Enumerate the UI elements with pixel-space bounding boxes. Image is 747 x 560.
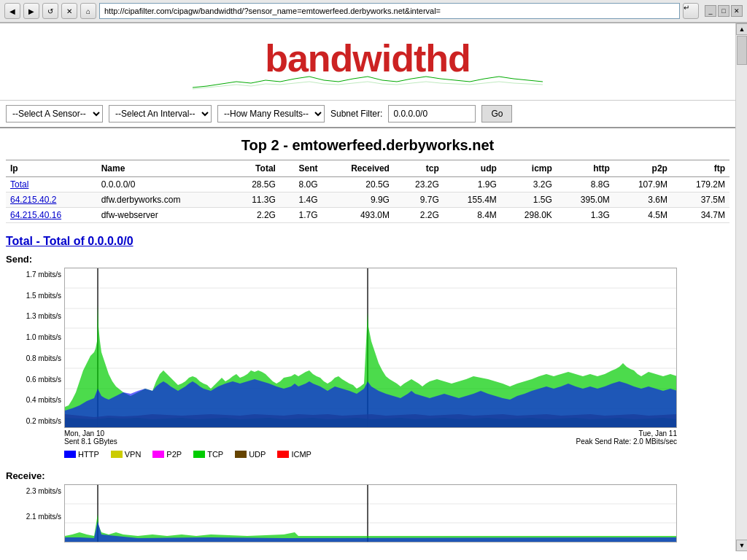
go-button[interactable]: Go — [481, 105, 512, 122]
send-graph-container: 1.7 mbits/s 1.5 mbits/s 1.3 mbits/s 1.0 … — [6, 268, 729, 428]
receive-graph-container: 2.3 mbits/s 2.1 mbits/s — [6, 484, 729, 542]
cell-name: 0.0.0.0/0 — [97, 177, 231, 192]
nav-forward-button[interactable]: ▶ — [23, 3, 39, 19]
sensor-select[interactable]: --Select A Sensor-- — [6, 105, 103, 122]
legend-udp-color — [235, 451, 247, 458]
page-content: bandwidthd --Select A Sensor-- --Select … — [0, 23, 735, 551]
cell-http: 8.8G — [557, 177, 614, 192]
receive-graph-section: Receive: 2.3 mbits/s 2.1 mbits/s — [6, 470, 729, 542]
legend-tcp-color — [193, 451, 205, 458]
address-bar[interactable] — [99, 3, 680, 19]
receive-label: Receive: — [6, 470, 729, 481]
scrollbar-thumb[interactable] — [737, 36, 747, 65]
cell-p2p: 107.9M — [614, 177, 672, 192]
subnet-label: Subnet Filter: — [330, 109, 382, 119]
cell-received: 20.5G — [322, 177, 394, 192]
col-total: Total — [231, 160, 280, 177]
legend-udp-label: UDP — [249, 450, 266, 459]
banner-title: bandwidthd — [265, 36, 471, 80]
cell-ip: 64.215.40.16 — [6, 208, 97, 223]
footer-left-date: Mon, Jan 10 — [64, 429, 117, 438]
table-header-row: Ip Name Total Sent Received tcp udp icmp… — [6, 160, 729, 177]
banner: bandwidthd — [0, 23, 735, 101]
nav-back-button[interactable]: ◀ — [4, 3, 20, 19]
cell-tcp: 23.2G — [394, 177, 444, 192]
y-label-7: 0.4 mbits/s — [6, 396, 64, 404]
y-label-8: 0.2 mbits/s — [6, 417, 64, 425]
table-row: 64.215.40.2dfw.derbyworks.com11.3G1.4G9.… — [6, 192, 729, 208]
data-table: Ip Name Total Sent Received tcp udp icmp… — [6, 160, 729, 223]
receive-graph-svg — [64, 484, 677, 542]
legend-p2p: P2P — [152, 450, 182, 459]
cell-p2p: 4.5M — [614, 208, 672, 223]
scrollbar-down-button[interactable]: ▼ — [736, 540, 747, 551]
y-label-5: 0.8 mbits/s — [6, 354, 64, 362]
cell-p2p: 3.6M — [614, 192, 672, 208]
legend-tcp-label: TCP — [207, 450, 223, 459]
subnet-input[interactable] — [388, 105, 476, 122]
banner-title-blue: bandwidth — [265, 37, 448, 79]
send-graph-section: Send: 1.7 mbits/s 1.5 mbits/s 1.3 mbits/… — [6, 254, 729, 462]
receive-y-axis: 2.3 mbits/s 2.1 mbits/s — [6, 484, 64, 542]
close-button[interactable]: ✕ — [731, 5, 743, 17]
legend-p2p-color — [152, 451, 164, 458]
y-label-1: 1.7 mbits/s — [6, 271, 64, 279]
graph-legend: HTTP VPN P2P TCP — [64, 447, 729, 462]
banner-image: bandwidthd — [193, 29, 543, 95]
cell-http: 395.0M — [557, 192, 614, 208]
banner-title-red: d — [448, 37, 471, 79]
scrollbar-track[interactable] — [736, 35, 747, 540]
section-title: Total - Total of 0.0.0.0/0 — [6, 232, 729, 254]
cell-ftp: 37.5M — [672, 192, 729, 208]
ip-link[interactable]: 64.215.40.16 — [10, 210, 61, 220]
browser-toolbar: ◀ ▶ ↺ ✕ ⌂ ↵ _ □ ✕ — [0, 0, 747, 23]
interval-select[interactable]: --Select An Interval-- — [109, 105, 212, 122]
cell-sent: 8.0G — [280, 177, 322, 192]
legend-http: HTTP — [64, 450, 99, 459]
cell-tcp: 2.2G — [394, 208, 444, 223]
legend-vpn-color — [111, 451, 123, 458]
maximize-button[interactable]: □ — [718, 5, 729, 17]
footer-right-date: Tue, Jan 11 — [576, 429, 677, 438]
y-label-3: 1.3 mbits/s — [6, 312, 64, 320]
table-row: 64.215.40.16dfw-webserver2.2G1.7G493.0M2… — [6, 208, 729, 223]
legend-p2p-label: P2P — [166, 450, 182, 459]
browser-go-button[interactable]: ↵ — [683, 3, 699, 19]
nav-stop-button[interactable]: ✕ — [61, 3, 77, 19]
scrollbar-up-button[interactable]: ▲ — [736, 23, 747, 35]
send-y-axis: 1.7 mbits/s 1.5 mbits/s 1.3 mbits/s 1.0 … — [6, 268, 64, 428]
cell-name: dfw-webserver — [97, 208, 231, 223]
results-select[interactable]: --How Many Results-- — [217, 105, 325, 122]
col-name: Name — [97, 160, 231, 177]
ip-link[interactable]: 64.215.40.2 — [10, 195, 56, 205]
legend-http-label: HTTP — [78, 450, 99, 459]
cell-total: 28.5G — [231, 177, 280, 192]
nav-refresh-button[interactable]: ↺ — [42, 3, 58, 19]
cell-icmp: 1.5G — [501, 192, 557, 208]
cell-ftp: 179.2M — [672, 177, 729, 192]
nav-home-button[interactable]: ⌂ — [80, 3, 96, 19]
table-row: Total0.0.0.0/028.5G8.0G20.5G23.2G1.9G3.2… — [6, 177, 729, 192]
page-title: Top 2 - emtowerfeed.derbyworks.net — [6, 128, 729, 160]
ip-link[interactable]: Total — [10, 179, 28, 190]
y-label-6: 0.6 mbits/s — [6, 376, 64, 384]
minimize-button[interactable]: _ — [705, 5, 716, 17]
legend-vpn: VPN — [111, 450, 142, 459]
col-ip: Ip — [6, 160, 97, 177]
legend-http-color — [64, 451, 76, 458]
send-graph-footer: Mon, Jan 10 Sent 8.1 GBytes Tue, Jan 11 … — [64, 428, 677, 447]
cell-name: dfw.derbyworks.com — [97, 192, 231, 208]
col-received: Received — [322, 160, 394, 177]
col-p2p: p2p — [614, 160, 672, 177]
main-content: Top 2 - emtowerfeed.derbyworks.net Ip Na… — [0, 128, 735, 542]
cell-icmp: 3.2G — [501, 177, 557, 192]
legend-icmp-color — [277, 451, 289, 458]
legend-icmp: ICMP — [277, 450, 311, 459]
col-icmp: icmp — [501, 160, 557, 177]
footer-left: Mon, Jan 10 Sent 8.1 GBytes — [64, 429, 117, 446]
send-label: Send: — [6, 254, 729, 265]
page-wrapper: bandwidthd --Select A Sensor-- --Select … — [0, 23, 747, 551]
legend-icmp-label: ICMP — [291, 450, 311, 459]
cell-sent: 1.4G — [280, 192, 322, 208]
recv-y-label-1: 2.3 mbits/s — [6, 487, 64, 495]
